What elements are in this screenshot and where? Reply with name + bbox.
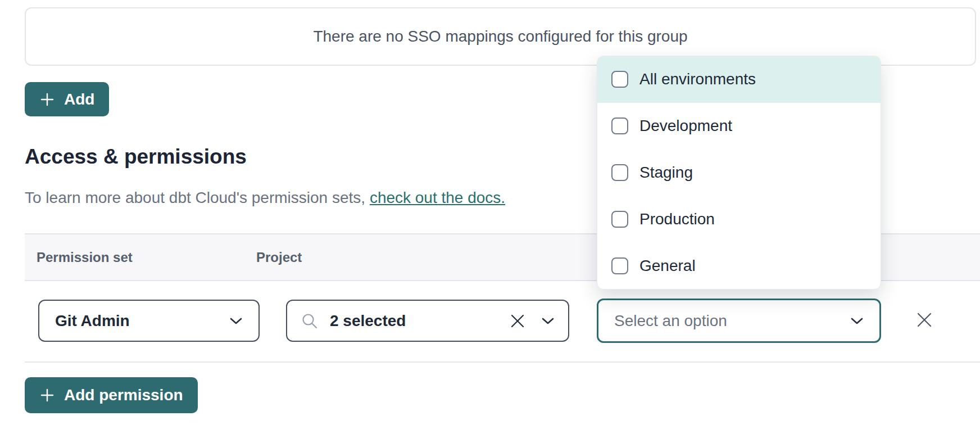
add-permission-button-label: Add permission bbox=[64, 386, 183, 404]
dropdown-option-all-environments[interactable]: All environments bbox=[597, 56, 881, 103]
dropdown-option-general[interactable]: General bbox=[597, 242, 881, 289]
add-permission-button[interactable]: Add permission bbox=[25, 377, 198, 413]
dropdown-option-production[interactable]: Production bbox=[597, 196, 881, 242]
checkbox[interactable] bbox=[611, 117, 628, 134]
page-title: Access & permissions bbox=[25, 145, 247, 169]
environment-select-placeholder: Select an option bbox=[614, 312, 727, 330]
group-settings-page: There are no SSO mappings configured for… bbox=[0, 0, 980, 434]
option-label: All environments bbox=[639, 70, 756, 88]
checkbox[interactable] bbox=[611, 71, 628, 88]
checkbox[interactable] bbox=[611, 164, 628, 181]
permissions-description: To learn more about dbt Cloud's permissi… bbox=[25, 189, 505, 207]
chevron-down-icon bbox=[850, 317, 864, 325]
header-permission-set: Permission set bbox=[37, 234, 133, 280]
permissions-description-text: To learn more about dbt Cloud's permissi… bbox=[25, 189, 370, 206]
add-button-label: Add bbox=[64, 91, 94, 108]
option-label: General bbox=[639, 257, 696, 275]
option-label: Development bbox=[639, 117, 732, 135]
search-icon bbox=[301, 312, 319, 330]
option-label: Production bbox=[639, 210, 715, 228]
chevron-down-icon bbox=[541, 317, 555, 325]
header-project: Project bbox=[256, 234, 302, 280]
permission-set-select[interactable]: Git Admin bbox=[38, 300, 260, 342]
option-label: Staging bbox=[639, 164, 693, 182]
remove-row-button[interactable] bbox=[910, 306, 938, 334]
project-multiselect[interactable]: 2 selected bbox=[286, 300, 569, 342]
row-divider bbox=[25, 361, 980, 363]
checkbox[interactable] bbox=[611, 257, 628, 274]
chevron-down-icon bbox=[229, 317, 243, 325]
add-button[interactable]: Add bbox=[25, 82, 109, 116]
checkbox[interactable] bbox=[611, 211, 628, 228]
plus-icon bbox=[39, 92, 55, 107]
environment-select[interactable]: Select an option bbox=[597, 299, 881, 343]
plus-icon bbox=[39, 387, 55, 403]
close-icon bbox=[916, 311, 933, 330]
docs-link[interactable]: check out the docs. bbox=[370, 189, 505, 206]
dropdown-option-staging[interactable]: Staging bbox=[597, 150, 881, 196]
clear-selection-icon[interactable] bbox=[510, 313, 525, 329]
environment-dropdown-menu: All environments Development Staging Pro… bbox=[597, 56, 881, 290]
sso-empty-message: There are no SSO mappings configured for… bbox=[313, 28, 687, 46]
project-multiselect-value: 2 selected bbox=[330, 312, 406, 330]
permission-set-value: Git Admin bbox=[55, 312, 130, 330]
dropdown-option-development[interactable]: Development bbox=[597, 103, 881, 150]
